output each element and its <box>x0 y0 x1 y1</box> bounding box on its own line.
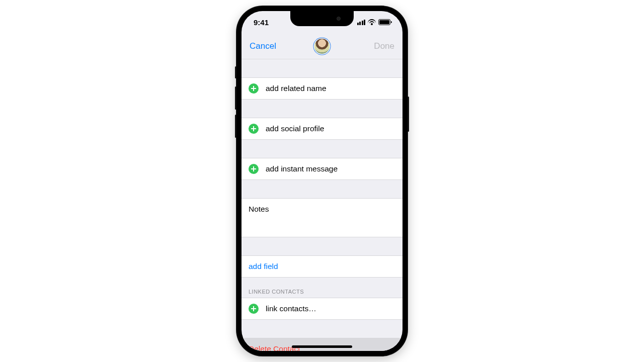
add-social-profile-row[interactable]: add social profile <box>242 118 403 140</box>
cancel-button[interactable]: Cancel <box>250 41 276 51</box>
screen: 9:41 Cancel Done add related name <box>242 11 403 351</box>
add-instant-message-row[interactable]: add instant message <box>242 158 403 180</box>
notch <box>290 11 354 26</box>
row-label: add related name <box>266 84 327 93</box>
spacer <box>242 180 403 198</box>
status-time: 9:41 <box>254 18 269 27</box>
contact-avatar[interactable] <box>314 39 330 54</box>
row-label: add field <box>249 262 278 271</box>
plus-icon <box>249 83 259 94</box>
add-related-name-row[interactable]: add related name <box>242 77 403 100</box>
plus-icon <box>249 124 259 134</box>
spacer <box>242 320 403 338</box>
volume-down-button <box>235 115 236 138</box>
done-button[interactable]: Done <box>374 41 394 51</box>
canvas: 9:41 Cancel Done add related name <box>0 0 644 362</box>
linked-contacts-header: LINKED CONTACTS <box>242 278 403 298</box>
spacer <box>242 100 403 118</box>
add-field-row[interactable]: add field <box>242 255 403 278</box>
volume-up-button <box>235 86 236 110</box>
nav-bar: Cancel Done <box>242 33 403 59</box>
delete-contact-row[interactable]: Delete Contact <box>242 338 403 351</box>
spacer <box>242 140 403 158</box>
cellular-icon <box>357 20 366 25</box>
battery-icon <box>378 19 390 25</box>
row-label: add instant message <box>266 164 338 173</box>
front-camera-icon <box>337 17 341 21</box>
notes-label: Notes <box>249 205 269 214</box>
side-button <box>408 97 409 132</box>
mute-switch <box>235 66 236 78</box>
plus-icon <box>249 304 259 314</box>
wifi-icon <box>368 19 376 25</box>
home-indicator <box>292 345 352 348</box>
phone-frame: 9:41 Cancel Done add related name <box>236 6 408 356</box>
plus-icon <box>249 164 259 174</box>
row-label: add social profile <box>266 124 324 133</box>
edit-contact-form: add related name add social profile add … <box>242 59 403 351</box>
row-label: link contacts… <box>266 304 316 313</box>
link-contacts-row[interactable]: link contacts… <box>242 298 403 320</box>
spacer <box>242 237 403 255</box>
spacer <box>242 59 403 77</box>
notes-field[interactable]: Notes <box>242 198 403 237</box>
